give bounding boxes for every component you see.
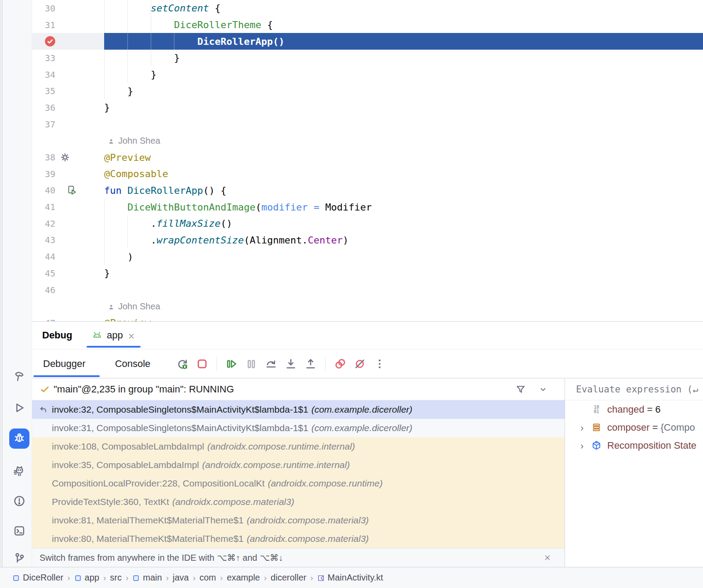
breadcrumb-item-diceroller[interactable]: diceroller bbox=[271, 573, 306, 583]
step-over-icon[interactable] bbox=[265, 358, 277, 370]
code-line[interactable]: 39@Composable bbox=[32, 166, 703, 182]
code-line[interactable]: 36} bbox=[32, 99, 703, 116]
code-line[interactable]: 33 } bbox=[32, 50, 703, 66]
variable-row[interactable]: Recomposition State bbox=[565, 436, 703, 454]
code-text bbox=[104, 282, 703, 298]
step-out-icon[interactable] bbox=[304, 358, 317, 370]
code-line[interactable]: 30 setContent { bbox=[32, 0, 703, 17]
stack-frame-row[interactable]: invoke:32, ComposableSingletons$MainActi… bbox=[32, 400, 565, 419]
sidebar-item-problems[interactable] bbox=[12, 494, 27, 509]
sidebar-item-run[interactable] bbox=[12, 401, 27, 416]
profiler-cat-icon bbox=[13, 465, 25, 479]
code-line[interactable]: 41 DiceWithButtonAndImage(modifier = Mod… bbox=[32, 199, 703, 215]
code-line[interactable]: 47@Preview bbox=[32, 315, 703, 321]
gutter bbox=[57, 248, 104, 265]
mute-breakpoints-icon[interactable] bbox=[354, 358, 366, 370]
code-line[interactable]: 43 .wrapContentSize(Alignment.Center) bbox=[32, 232, 703, 249]
stack-frame-row[interactable]: invoke:35, ComposableLambdaImpl(androidx… bbox=[32, 456, 565, 474]
code-line[interactable]: 44 ) bbox=[32, 248, 703, 265]
stop-icon[interactable] bbox=[196, 358, 208, 370]
pause-icon[interactable] bbox=[245, 358, 257, 370]
run-config-tab-app[interactable]: app bbox=[86, 322, 141, 349]
code-text: setContent { bbox=[104, 0, 703, 17]
stack-frame-row[interactable]: invoke:108, ComposableLambdaImpl(android… bbox=[32, 437, 565, 456]
code-line[interactable]: 37 bbox=[32, 116, 703, 133]
gutter bbox=[57, 315, 104, 321]
thread-check-icon bbox=[40, 384, 50, 395]
code-line[interactable]: DiceRollerApp() bbox=[32, 33, 703, 50]
return-arrow-icon bbox=[38, 405, 48, 414]
more-kebab-icon[interactable] bbox=[373, 358, 386, 370]
close-icon[interactable] bbox=[127, 331, 135, 339]
tab-console[interactable]: Console bbox=[114, 350, 152, 378]
gutter bbox=[57, 215, 104, 232]
breadcrumb-item-app[interactable]: app bbox=[74, 573, 99, 583]
breakpoint-icon[interactable] bbox=[44, 36, 56, 47]
view-breakpoints-icon[interactable] bbox=[334, 358, 346, 370]
breadcrumb-item-main[interactable]: main bbox=[132, 573, 162, 583]
code-line[interactable]: 34 } bbox=[32, 66, 703, 83]
breadcrumb-item-diceroller[interactable]: DiceRoller bbox=[12, 573, 63, 583]
code-line[interactable]: 42 .fillMaxSize() bbox=[32, 215, 703, 232]
breadcrumb-item-src[interactable]: src bbox=[110, 573, 122, 583]
sidebar-item-debug[interactable] bbox=[9, 428, 29, 449]
code-line[interactable]: 35 } bbox=[32, 83, 703, 99]
sidebar-item-profiler[interactable] bbox=[12, 465, 27, 479]
frame-location: invoke:35, ComposableLambdaImpl bbox=[52, 460, 199, 470]
code-editor[interactable]: 30 setContent {31 DiceRollerTheme { Dice… bbox=[32, 0, 703, 321]
variable-row[interactable]: composer={Compo bbox=[565, 418, 703, 436]
thread-status-row[interactable]: "main"@2,235 in group "main": RUNNING bbox=[32, 379, 565, 400]
breadcrumb-item-mainactivity-kt[interactable]: MainActivity.kt bbox=[317, 573, 383, 583]
sidebar-item-terminal[interactable] bbox=[12, 524, 27, 539]
sidebar-item-build[interactable] bbox=[12, 370, 27, 385]
sidebar-item-version-control[interactable] bbox=[12, 552, 27, 566]
stack-frame-row[interactable]: CompositionLocalProvider:228, Compositio… bbox=[32, 474, 565, 493]
breadcrumb-label: main bbox=[143, 573, 162, 583]
chevron-right-icon[interactable] bbox=[578, 424, 586, 432]
git-branch-icon bbox=[13, 552, 25, 566]
code-line[interactable]: 38@Preview bbox=[32, 149, 703, 166]
evaluate-expression-input[interactable]: Evaluate expression (↵ bbox=[565, 379, 703, 400]
stack-frame-row[interactable]: invoke:31, ComposableSingletons$MainActi… bbox=[32, 419, 565, 437]
tab-debugger[interactable]: Debugger bbox=[42, 350, 87, 378]
module-icon bbox=[12, 574, 20, 581]
code-line[interactable]: 40fun DiceRollerApp() { bbox=[32, 182, 703, 199]
step-into-icon[interactable] bbox=[285, 358, 297, 370]
field-icon bbox=[591, 422, 602, 432]
gutter bbox=[57, 99, 104, 116]
chevron-right-icon[interactable] bbox=[578, 442, 586, 450]
rerun-debug-icon[interactable] bbox=[176, 358, 188, 370]
filter-funnel-icon[interactable] bbox=[515, 384, 526, 395]
code-line[interactable]: 46 bbox=[32, 282, 703, 298]
stack-frame-row[interactable]: invoke:81, MaterialThemeKt$MaterialTheme… bbox=[32, 511, 565, 530]
frame-package: (androidx.compose.runtime.internal) bbox=[202, 460, 350, 470]
breadcrumb-item-example[interactable]: example bbox=[227, 573, 260, 583]
resume-icon[interactable] bbox=[225, 358, 238, 370]
gutter bbox=[57, 83, 104, 99]
breadcrumb-item-java[interactable]: java bbox=[173, 573, 189, 583]
variables-list: 1001changed=6composer={CompoRecompositio… bbox=[565, 400, 703, 454]
breadcrumb-label: MainActivity.kt bbox=[328, 573, 383, 583]
gutter bbox=[57, 199, 104, 215]
frame-package: (com.example.diceroller) bbox=[312, 423, 413, 433]
gutter bbox=[57, 133, 104, 149]
line-number: 41 bbox=[32, 199, 57, 215]
breadcrumb-item-com[interactable]: com bbox=[199, 573, 216, 583]
breadcrumb-separator: › bbox=[103, 573, 106, 583]
frame-location: invoke:80, MaterialThemeKt$MaterialTheme… bbox=[52, 534, 244, 544]
code-line[interactable]: 31 DiceRollerTheme { bbox=[32, 17, 703, 33]
tool-window-stripe bbox=[3, 0, 32, 588]
variable-row[interactable]: 1001changed=6 bbox=[565, 400, 703, 418]
stack-frame-row[interactable]: ProvideTextStyle:360, TextKt(androidx.co… bbox=[32, 493, 565, 511]
gutter bbox=[57, 282, 104, 298]
stack-frame-row[interactable]: invoke:80, MaterialThemeKt$MaterialTheme… bbox=[32, 530, 565, 548]
debug-title: Debug bbox=[42, 330, 72, 341]
preview-run-icon[interactable] bbox=[67, 185, 77, 196]
close-icon[interactable] bbox=[544, 554, 551, 562]
equals-sign: = bbox=[652, 422, 658, 433]
breadcrumb-separator: › bbox=[166, 573, 169, 583]
thread-status: "main"@2,235 in group "main": RUNNING bbox=[54, 384, 234, 395]
code-line[interactable]: 45} bbox=[32, 265, 703, 282]
chevron-down-icon[interactable] bbox=[538, 385, 548, 394]
breadcrumb-label: example bbox=[227, 573, 260, 583]
